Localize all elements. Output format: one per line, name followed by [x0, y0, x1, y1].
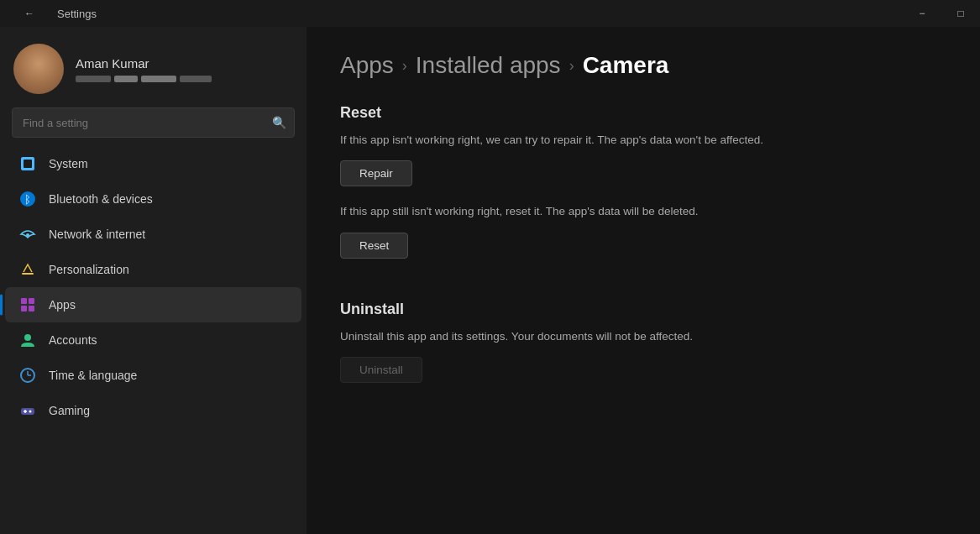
- uninstall-section: Uninstall Uninstall this app and its set…: [340, 301, 946, 400]
- svg-rect-6: [21, 298, 27, 304]
- sidebar-label-personalization: Personalization: [49, 263, 129, 276]
- maximize-button[interactable]: □: [941, 0, 980, 27]
- uninstall-desc: Uninstall this app and its settings. You…: [340, 328, 946, 345]
- main-content: Apps › Installed apps › Camera Reset If …: [307, 27, 980, 534]
- user-bar-row: [76, 76, 212, 82]
- repair-desc: If this app isn't working right, we can …: [340, 132, 946, 149]
- svg-rect-5: [22, 273, 34, 275]
- sidebar-item-time[interactable]: Time & language: [5, 358, 301, 393]
- system-icon: [18, 154, 37, 173]
- sidebar-label-network: Network & internet: [49, 228, 145, 241]
- breadcrumb-apps[interactable]: Apps: [340, 52, 394, 79]
- sidebar-label-system: System: [49, 157, 88, 170]
- sidebar-item-network[interactable]: Network & internet: [5, 217, 301, 252]
- breadcrumb-sep-2: ›: [569, 57, 574, 75]
- sidebar-label-gaming: Gaming: [49, 404, 90, 417]
- svg-point-4: [26, 233, 29, 237]
- svg-text:ᛒ: ᛒ: [24, 193, 31, 206]
- bluetooth-icon: ᛒ: [18, 190, 37, 208]
- apps-icon: [18, 296, 37, 314]
- user-name: Aman Kumar: [76, 56, 212, 71]
- network-icon: [18, 225, 37, 243]
- reset-button[interactable]: Reset: [340, 233, 408, 259]
- breadcrumb-installed-apps[interactable]: Installed apps: [416, 52, 561, 79]
- svg-rect-7: [29, 298, 34, 304]
- svg-point-10: [24, 334, 31, 341]
- reset-section: Reset If this app isn't working right, w…: [340, 104, 946, 275]
- user-bar-3: [141, 76, 176, 82]
- sidebar-item-gaming[interactable]: Gaming: [5, 393, 301, 428]
- svg-rect-8: [21, 306, 27, 312]
- search-input[interactable]: [12, 107, 295, 138]
- search-icon: 🔍: [272, 116, 286, 129]
- gaming-icon: [18, 401, 37, 420]
- time-icon: [18, 366, 37, 385]
- sidebar-label-time: Time & language: [49, 369, 137, 382]
- breadcrumb-current: Camera: [583, 52, 669, 79]
- svg-rect-9: [29, 306, 34, 312]
- avatar-image: [13, 44, 64, 94]
- titlebar: ← Settings − □: [0, 0, 980, 27]
- personalization-icon: [18, 260, 37, 279]
- accounts-icon: [18, 331, 37, 349]
- app-body: Aman Kumar 🔍 System ᛒ: [0, 27, 980, 534]
- user-bar-4: [180, 76, 212, 82]
- search-box: 🔍: [12, 107, 295, 138]
- sidebar-label-apps: Apps: [49, 298, 76, 312]
- uninstall-title: Uninstall: [340, 301, 946, 318]
- sidebar-item-bluetooth[interactable]: ᛒ Bluetooth & devices: [5, 181, 301, 217]
- sidebar-item-system[interactable]: System: [5, 146, 301, 181]
- minimize-button[interactable]: −: [903, 0, 941, 27]
- sidebar-item-accounts[interactable]: Accounts: [5, 322, 301, 358]
- user-profile: Aman Kumar: [0, 27, 307, 107]
- svg-rect-1: [24, 160, 32, 168]
- sidebar-label-accounts: Accounts: [49, 333, 97, 347]
- repair-button[interactable]: Repair: [340, 160, 412, 186]
- svg-point-17: [29, 411, 32, 413]
- reset-title: Reset: [340, 104, 946, 122]
- uninstall-button[interactable]: Uninstall: [340, 357, 422, 383]
- avatar: [13, 44, 64, 94]
- breadcrumb-sep-1: ›: [402, 57, 407, 75]
- breadcrumb: Apps › Installed apps › Camera: [340, 52, 946, 79]
- user-bar-2: [114, 76, 138, 82]
- user-info: Aman Kumar: [76, 56, 212, 82]
- window-controls: − □: [903, 0, 980, 27]
- sidebar-item-apps[interactable]: Apps: [5, 287, 301, 322]
- sidebar: Aman Kumar 🔍 System ᛒ: [0, 27, 307, 534]
- svg-rect-14: [21, 408, 34, 415]
- user-bar-1: [76, 76, 111, 82]
- titlebar-title: Settings: [57, 8, 97, 20]
- sidebar-label-bluetooth: Bluetooth & devices: [49, 192, 153, 206]
- back-button[interactable]: ←: [10, 0, 49, 27]
- sidebar-item-personalization[interactable]: Personalization: [5, 252, 301, 287]
- reset-desc: If this app still isn't working right, r…: [340, 203, 946, 220]
